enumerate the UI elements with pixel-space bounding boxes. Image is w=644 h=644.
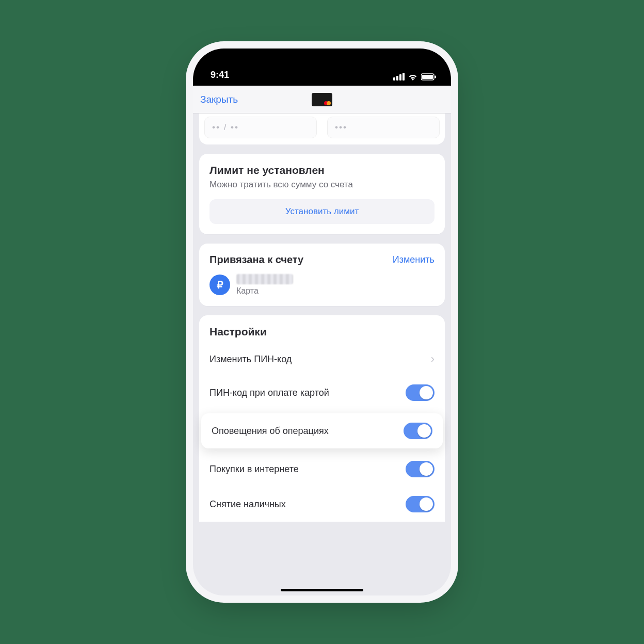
pin-on-pay-label: ПИН-код при оплате картой	[210, 388, 329, 398]
change-pin-label: Изменить ПИН-код	[210, 354, 292, 365]
online-purchases-toggle[interactable]	[406, 461, 434, 477]
change-account-button[interactable]: Изменить	[393, 254, 434, 265]
online-purchases-label: Покупки в интернете	[210, 464, 299, 475]
online-purchases-row: Покупки в интернете	[199, 452, 445, 487]
cash-withdrawal-row: Снятие наличных	[199, 487, 445, 522]
mastercard-icon	[324, 101, 331, 105]
card-thumbnail	[312, 93, 332, 106]
linked-title: Привязана к счету	[210, 254, 303, 266]
pin-on-pay-toggle[interactable]	[406, 384, 434, 401]
svg-rect-2	[435, 75, 437, 78]
phone-frame: 9:41 Закрыть •• / •• ••• Лим	[193, 49, 451, 595]
status-time: 9:41	[211, 70, 229, 81]
expiry-field[interactable]: •• / ••	[204, 117, 317, 138]
cellular-signal-icon	[393, 73, 405, 81]
card-secret-block: •• / •• •••	[199, 114, 445, 144]
limit-subtitle: Можно тратить всю сумму со счета	[210, 180, 434, 190]
status-bar: 9:41	[193, 49, 451, 86]
cash-withdrawal-toggle[interactable]	[406, 496, 434, 512]
linked-account-row[interactable]: ₽ Карта	[210, 274, 434, 296]
cash-withdrawal-label: Снятие наличных	[210, 499, 286, 510]
notifications-label: Оповещения об операциях	[212, 426, 329, 437]
wifi-icon	[408, 73, 418, 81]
change-pin-row[interactable]: Изменить ПИН-код ›	[199, 343, 445, 375]
account-type-label: Карта	[236, 286, 293, 296]
settings-card: Настройки Изменить ПИН-код › ПИН-код при…	[199, 315, 445, 522]
account-number-blurred	[236, 274, 293, 284]
battery-icon	[421, 73, 437, 81]
notifications-toggle[interactable]	[404, 423, 432, 439]
limit-card: Лимит не установлен Можно тратить всю су…	[199, 154, 445, 234]
svg-rect-1	[422, 75, 433, 79]
settings-title: Настройки	[199, 326, 445, 343]
chevron-right-icon: ›	[431, 352, 434, 366]
cvv-field[interactable]: •••	[327, 117, 440, 138]
ruble-icon: ₽	[210, 275, 230, 295]
nav-bar: Закрыть	[193, 86, 451, 114]
pin-on-pay-row: ПИН-код при оплате картой	[199, 375, 445, 410]
status-right	[393, 73, 437, 81]
linked-account-card: Привязана к счету Изменить ₽ Карта	[199, 244, 445, 306]
limit-title: Лимит не установлен	[210, 164, 434, 176]
screen-content: •• / •• ••• Лимит не установлен Можно тр…	[193, 114, 451, 595]
home-indicator[interactable]	[281, 589, 363, 591]
set-limit-button[interactable]: Установить лимит	[210, 199, 434, 224]
notch	[268, 49, 376, 67]
notifications-row: Оповещения об операциях	[201, 413, 443, 448]
close-button[interactable]: Закрыть	[200, 94, 238, 105]
